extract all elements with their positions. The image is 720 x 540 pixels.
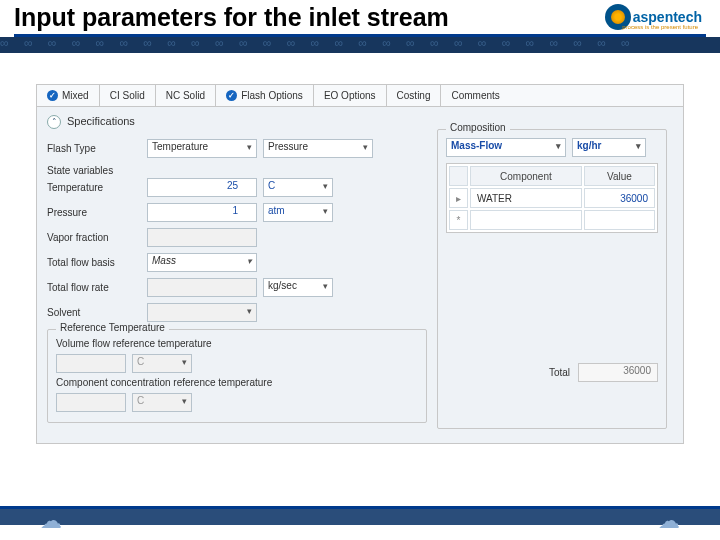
solvent-combo[interactable] [147, 303, 257, 322]
col-component: Component [470, 166, 582, 186]
tab-label: NC Solid [166, 90, 205, 101]
component-cell: WATER [470, 188, 582, 208]
flash-type-2-combo[interactable]: Pressure [263, 139, 373, 158]
check-icon: ✓ [226, 90, 237, 101]
tab-flash-options[interactable]: ✓Flash Options [216, 85, 314, 106]
logo-text: aspentech [633, 9, 702, 25]
tab-label: Flash Options [241, 90, 303, 101]
composition-basis-combo[interactable]: Mass-Flow [446, 138, 566, 157]
tab-nc-solid[interactable]: NC Solid [156, 85, 216, 106]
value-cell[interactable] [584, 210, 655, 230]
composition-unit-combo[interactable]: kg/hr [572, 138, 646, 157]
total-flow-basis-combo[interactable]: Mass [147, 253, 257, 272]
row-marker-icon: ▸ [449, 188, 468, 208]
vol-ref-unit-combo[interactable]: C [132, 354, 192, 373]
pressure-label: Pressure [47, 207, 147, 218]
tab-comments[interactable]: Comments [441, 85, 509, 106]
combo-value: Mass-Flow [451, 140, 502, 151]
state-heading: State variables [47, 165, 427, 176]
tabs: ✓Mixed CI Solid NC Solid ✓Flash Options … [37, 85, 683, 107]
temperature-label: Temperature [47, 182, 147, 193]
combo-value: Temperature [152, 141, 208, 152]
ornament-band-top [0, 37, 720, 53]
total-flow-rate-label: Total flow rate [47, 282, 147, 293]
cloud-icon: ☁ [658, 508, 680, 534]
table-row[interactable]: * [449, 210, 655, 230]
total-label: Total [549, 367, 570, 378]
total-flow-basis-label: Total flow basis [47, 257, 147, 268]
field-value: 1 [232, 205, 238, 216]
combo-value: kg/hr [577, 140, 601, 151]
tab-label: Comments [451, 90, 499, 101]
tab-mixed[interactable]: ✓Mixed [37, 85, 100, 106]
total-flow-rate-input[interactable] [147, 278, 257, 297]
flash-type-1-combo[interactable]: Temperature [147, 139, 257, 158]
app-panel: ✓Mixed CI Solid NC Solid ✓Flash Options … [36, 84, 684, 444]
tab-label: CI Solid [110, 90, 145, 101]
conc-ref-label: Component concentration reference temper… [56, 377, 418, 388]
row-marker-icon: * [449, 210, 468, 230]
pressure-unit-combo[interactable]: atm [263, 203, 333, 222]
logo-subtext: process is the present future [622, 24, 698, 30]
vol-ref-label: Volume flow reference temperature [56, 338, 418, 349]
composition-table: Component Value ▸ WATER 36000 * [446, 163, 658, 233]
total-value: 36000 [578, 363, 658, 382]
section-title: Specifications [67, 115, 135, 127]
vapor-fraction-label: Vapor fraction [47, 232, 147, 243]
field-value: 25 [227, 180, 238, 191]
total-flow-rate-unit-combo[interactable]: kg/sec [263, 278, 333, 297]
conc-ref-unit-combo[interactable]: C [132, 393, 192, 412]
cloud-icon: ☁ [40, 508, 62, 534]
combo-value: Pressure [268, 141, 308, 152]
tab-label: Mixed [62, 90, 89, 101]
row-marker-header [449, 166, 468, 186]
temperature-unit-combo[interactable]: C [263, 178, 333, 197]
temperature-input[interactable]: 25 [147, 178, 257, 197]
combo-value: C [137, 395, 144, 406]
combo-value: C [268, 180, 275, 191]
solvent-label: Solvent [47, 307, 147, 318]
tab-label: EO Options [324, 90, 376, 101]
footer: ☁ ☁ [0, 506, 720, 540]
ref-temp-group: Reference Temperature Volume flow refere… [47, 329, 427, 423]
vapor-fraction-input[interactable] [147, 228, 257, 247]
logo: aspentech process is the present future [601, 2, 706, 32]
flash-type-label: Flash Type [47, 143, 147, 154]
value-cell[interactable]: 36000 [584, 188, 655, 208]
component-cell [470, 210, 582, 230]
tab-costing[interactable]: Costing [387, 85, 442, 106]
tab-label: Costing [397, 90, 431, 101]
check-icon: ✓ [47, 90, 58, 101]
composition-group: Composition Mass-Flow kg/hr Component Va… [437, 129, 667, 429]
combo-value: C [137, 356, 144, 367]
composition-group-title: Composition [446, 122, 510, 133]
pressure-input[interactable]: 1 [147, 203, 257, 222]
ref-temp-group-title: Reference Temperature [56, 322, 169, 333]
combo-value: atm [268, 205, 285, 216]
conc-ref-input[interactable] [56, 393, 126, 412]
col-value: Value [584, 166, 655, 186]
combo-value: kg/sec [268, 280, 297, 291]
tab-ci-solid[interactable]: CI Solid [100, 85, 156, 106]
combo-value: Mass [152, 255, 176, 266]
table-row[interactable]: ▸ WATER 36000 [449, 188, 655, 208]
ornament-band-bottom [0, 509, 720, 525]
tab-eo-options[interactable]: EO Options [314, 85, 387, 106]
collapse-icon[interactable]: ˄ [47, 115, 61, 129]
vol-ref-input[interactable] [56, 354, 126, 373]
